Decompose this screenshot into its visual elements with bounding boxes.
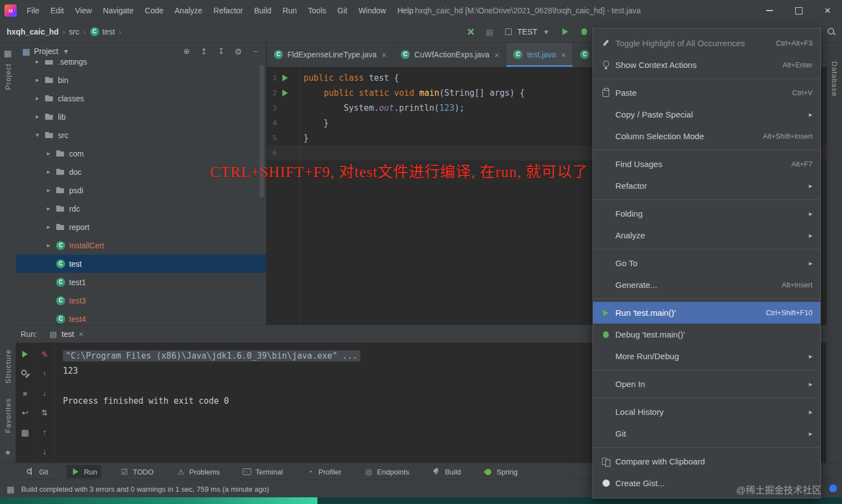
run-button[interactable] [560, 27, 570, 37]
chevron-down-icon[interactable]: ▾ [33, 130, 41, 140]
menu-edit[interactable]: Edit [45, 0, 70, 21]
rerun-icon[interactable] [19, 348, 31, 360]
close-tab-icon[interactable]: × [381, 50, 386, 60]
context-menu-item-run-test-main[interactable]: Run 'test.main()'Ctrl+Shift+F10 [593, 302, 820, 324]
context-menu-item-show-context-actions[interactable]: Show Context ActionsAlt+Enter [593, 54, 820, 76]
menu-build[interactable]: Build [248, 0, 277, 21]
build-tools-icon[interactable] [466, 27, 476, 37]
context-menu-item-refactor[interactable]: Refactor▸ [593, 175, 820, 197]
context-menu-item-paste[interactable]: PasteCtrl+V [593, 82, 820, 104]
arrow-down-icon[interactable] [38, 446, 51, 458]
menu-tools[interactable]: Tools [302, 0, 332, 21]
menu-git[interactable]: Git [332, 0, 353, 21]
sort-icon[interactable] [38, 407, 51, 419]
context-menu-item-analyze[interactable]: Analyze▸ [593, 224, 820, 246]
hide-icon[interactable] [251, 46, 261, 56]
context-menu-item-generate[interactable]: Generate...Alt+Insert [593, 274, 820, 296]
layout-grid-icon[interactable] [484, 27, 495, 37]
tree-item-lib[interactable]: ▸lib [16, 107, 266, 126]
toolwindow-profiler[interactable]: Profiler [301, 465, 346, 478]
settings-icon[interactable] [233, 46, 243, 56]
locate-icon[interactable] [182, 46, 192, 56]
editor-tab-test-java[interactable]: test.java× [506, 42, 573, 67]
context-menu-item-find-usages[interactable]: Find UsagesAlt+F7 [593, 153, 820, 175]
wrench-icon[interactable] [19, 368, 31, 380]
tree-item-src[interactable]: ▾src [16, 126, 266, 144]
breadcrumb-src[interactable]: src [69, 27, 80, 36]
tree-item-bin[interactable]: ▸bin [16, 71, 266, 89]
editor-tab-fldexpenselinetype-java[interactable]: FldExpenseLineType.java× [267, 42, 394, 67]
context-menu-item-local-history[interactable]: Local History▸ [593, 401, 820, 423]
tree-item-settings[interactable]: ▸.settings [16, 60, 266, 71]
menu-analyze[interactable]: Analyze [169, 0, 208, 21]
tree-item-test1[interactable]: test1 [16, 273, 266, 291]
context-menu-item-toggle-highlight-of-all-occurrences[interactable]: Toggle Highlight of All OccurrencesCtrl+… [593, 32, 820, 54]
run-gutter-button[interactable] [277, 88, 293, 98]
toolwindow-todo[interactable]: TODO [115, 465, 158, 478]
close-tab-icon[interactable]: × [495, 50, 500, 60]
toolwindow-toggle-icon[interactable] [6, 484, 16, 494]
expand-all-icon[interactable] [216, 46, 226, 56]
tree-item-rdc[interactable]: ▸rdc [16, 199, 266, 218]
stripe-favorites[interactable]: Favorites [4, 398, 12, 433]
stop-icon[interactable] [19, 387, 31, 399]
chevron-right-icon[interactable]: ▸ [33, 94, 41, 104]
context-menu-item-debug-test-main[interactable]: Debug 'test.main()' [593, 324, 820, 345]
tree-item-report[interactable]: ▸report [16, 218, 266, 236]
project-stripe-icon[interactable] [3, 48, 13, 58]
grid-icon[interactable] [19, 426, 31, 438]
chevron-right-icon[interactable]: ▸ [33, 112, 41, 122]
toolwindow-terminal[interactable]: Terminal [238, 465, 287, 478]
context-menu-item-go-to[interactable]: Go To▸ [593, 252, 820, 274]
menu-navigate[interactable]: Navigate [97, 0, 139, 21]
breadcrumb-hxqh-caic-hd[interactable]: hxqh_caic_hd [7, 27, 58, 36]
toolwindow-build[interactable]: Build [427, 465, 466, 478]
debug-button[interactable] [579, 27, 589, 37]
chevron-right-icon[interactable]: ▸ [45, 241, 52, 251]
search-everywhere-icon[interactable] [826, 27, 836, 37]
context-menu-item-folding[interactable]: Folding▸ [593, 203, 820, 224]
tree-item-test[interactable]: test [16, 255, 266, 273]
menu-run[interactable]: Run [277, 0, 302, 21]
tree-item-psdi[interactable]: ▸psdi [16, 181, 266, 199]
menu-file[interactable]: File [21, 0, 45, 21]
context-menu-item-more-run-debug[interactable]: More Run/Debug▸ [593, 345, 820, 367]
stripe-project[interactable]: Project [4, 63, 12, 90]
toolwindow-git[interactable]: Git [21, 465, 53, 478]
notification-dot[interactable] [829, 485, 837, 492]
chevron-right-icon[interactable]: ▸ [33, 75, 41, 85]
stripe-structure[interactable]: Structure [4, 349, 12, 384]
arrow-up-icon[interactable] [38, 426, 51, 438]
toolwindow-endpoints[interactable]: Endpoints [359, 465, 414, 478]
menu-code[interactable]: Code [139, 0, 169, 21]
close-button[interactable]: × [813, 0, 842, 21]
context-menu-item-column-selection-mode[interactable]: Column Selection ModeAlt+Shift+Insert [593, 125, 820, 147]
chevron-right-icon[interactable]: ▸ [45, 185, 52, 195]
arrow-up-orange-icon[interactable] [38, 368, 51, 380]
chevron-right-icon[interactable]: ▸ [45, 222, 52, 232]
menu-view[interactable]: View [70, 0, 97, 21]
editor-tab-cuwfactionexps-java[interactable]: CuWfActionExps.java× [394, 42, 506, 67]
project-panel-title[interactable]: Project [34, 47, 58, 56]
run-config-selector[interactable]: TEST [503, 27, 551, 37]
softwrap-icon[interactable] [19, 407, 31, 419]
toolwindow-spring[interactable]: Spring [479, 465, 522, 478]
context-menu-item-git[interactable]: Git▸ [593, 423, 820, 444]
tree-item-test3[interactable]: test3 [16, 291, 266, 310]
menu-refactor[interactable]: Refactor [208, 0, 248, 21]
favorites-star-icon[interactable] [3, 447, 13, 457]
collapse-all-icon[interactable] [199, 46, 209, 56]
maximize-button[interactable] [784, 0, 813, 21]
chevron-right-icon[interactable]: ▸ [45, 204, 52, 214]
chevron-right-icon[interactable]: ▸ [33, 60, 41, 67]
chevron-right-icon[interactable]: ▸ [45, 167, 52, 177]
tree-item-classes[interactable]: ▸classes [16, 89, 266, 107]
toolwindow-problems[interactable]: Problems [172, 465, 224, 478]
context-menu-item-copy-paste-special[interactable]: Copy / Paste Special▸ [593, 104, 820, 125]
tree-item-test4[interactable]: test4 [16, 310, 266, 325]
chevron-right-icon[interactable]: ▸ [45, 149, 52, 159]
context-menu-item-open-in[interactable]: Open In▸ [593, 373, 820, 395]
breadcrumb-test[interactable]: test [90, 27, 115, 37]
tree-item-installcert[interactable]: ▸InstallCert [16, 236, 266, 255]
menu-window[interactable]: Window [353, 0, 392, 21]
